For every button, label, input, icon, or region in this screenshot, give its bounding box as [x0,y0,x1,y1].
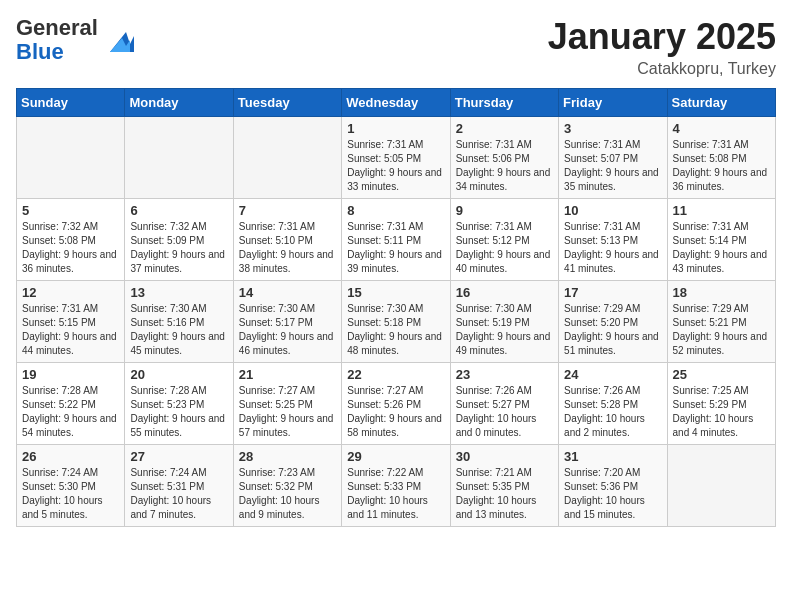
calendar-cell: 13Sunrise: 7:30 AM Sunset: 5:16 PM Dayli… [125,281,233,363]
calendar-cell: 4Sunrise: 7:31 AM Sunset: 5:08 PM Daylig… [667,117,775,199]
logo-general: General [16,15,98,40]
cell-info: Sunrise: 7:29 AM Sunset: 5:20 PM Dayligh… [564,302,661,358]
calendar-cell: 19Sunrise: 7:28 AM Sunset: 5:22 PM Dayli… [17,363,125,445]
cell-info: Sunrise: 7:21 AM Sunset: 5:35 PM Dayligh… [456,466,553,522]
cell-info: Sunrise: 7:26 AM Sunset: 5:27 PM Dayligh… [456,384,553,440]
day-number: 24 [564,367,661,382]
cell-info: Sunrise: 7:31 AM Sunset: 5:13 PM Dayligh… [564,220,661,276]
title-block: January 2025 Catakkopru, Turkey [548,16,776,78]
cell-info: Sunrise: 7:31 AM Sunset: 5:10 PM Dayligh… [239,220,336,276]
weekday-header: Tuesday [233,89,341,117]
calendar-cell: 2Sunrise: 7:31 AM Sunset: 5:06 PM Daylig… [450,117,558,199]
day-number: 14 [239,285,336,300]
cell-info: Sunrise: 7:31 AM Sunset: 5:11 PM Dayligh… [347,220,444,276]
day-number: 29 [347,449,444,464]
cell-info: Sunrise: 7:24 AM Sunset: 5:31 PM Dayligh… [130,466,227,522]
cell-info: Sunrise: 7:31 AM Sunset: 5:15 PM Dayligh… [22,302,119,358]
logo-blue: Blue [16,39,64,64]
day-number: 1 [347,121,444,136]
calendar-cell: 16Sunrise: 7:30 AM Sunset: 5:19 PM Dayli… [450,281,558,363]
cell-info: Sunrise: 7:31 AM Sunset: 5:08 PM Dayligh… [673,138,770,194]
day-number: 12 [22,285,119,300]
calendar-cell: 1Sunrise: 7:31 AM Sunset: 5:05 PM Daylig… [342,117,450,199]
calendar-cell: 8Sunrise: 7:31 AM Sunset: 5:11 PM Daylig… [342,199,450,281]
day-number: 31 [564,449,661,464]
day-number: 20 [130,367,227,382]
day-number: 15 [347,285,444,300]
calendar-cell: 25Sunrise: 7:25 AM Sunset: 5:29 PM Dayli… [667,363,775,445]
cell-info: Sunrise: 7:24 AM Sunset: 5:30 PM Dayligh… [22,466,119,522]
calendar-cell: 26Sunrise: 7:24 AM Sunset: 5:30 PM Dayli… [17,445,125,527]
month-title: January 2025 [548,16,776,58]
calendar-cell: 22Sunrise: 7:27 AM Sunset: 5:26 PM Dayli… [342,363,450,445]
calendar-cell [125,117,233,199]
day-number: 16 [456,285,553,300]
calendar-cell [17,117,125,199]
page-header: General Blue January 2025 Catakkopru, Tu… [16,16,776,78]
cell-info: Sunrise: 7:30 AM Sunset: 5:16 PM Dayligh… [130,302,227,358]
weekday-header: Friday [559,89,667,117]
calendar-cell: 3Sunrise: 7:31 AM Sunset: 5:07 PM Daylig… [559,117,667,199]
day-number: 28 [239,449,336,464]
calendar-week-row: 1Sunrise: 7:31 AM Sunset: 5:05 PM Daylig… [17,117,776,199]
calendar-header: SundayMondayTuesdayWednesdayThursdayFrid… [17,89,776,117]
cell-info: Sunrise: 7:27 AM Sunset: 5:26 PM Dayligh… [347,384,444,440]
cell-info: Sunrise: 7:31 AM Sunset: 5:07 PM Dayligh… [564,138,661,194]
day-number: 11 [673,203,770,218]
calendar-cell: 31Sunrise: 7:20 AM Sunset: 5:36 PM Dayli… [559,445,667,527]
day-number: 18 [673,285,770,300]
day-number: 10 [564,203,661,218]
weekday-header: Saturday [667,89,775,117]
cell-info: Sunrise: 7:28 AM Sunset: 5:22 PM Dayligh… [22,384,119,440]
day-number: 19 [22,367,119,382]
calendar-body: 1Sunrise: 7:31 AM Sunset: 5:05 PM Daylig… [17,117,776,527]
cell-info: Sunrise: 7:23 AM Sunset: 5:32 PM Dayligh… [239,466,336,522]
cell-info: Sunrise: 7:27 AM Sunset: 5:25 PM Dayligh… [239,384,336,440]
calendar-cell: 20Sunrise: 7:28 AM Sunset: 5:23 PM Dayli… [125,363,233,445]
logo-icon [102,24,134,56]
day-number: 7 [239,203,336,218]
calendar-cell: 6Sunrise: 7:32 AM Sunset: 5:09 PM Daylig… [125,199,233,281]
day-number: 3 [564,121,661,136]
day-number: 22 [347,367,444,382]
day-number: 6 [130,203,227,218]
weekday-header: Sunday [17,89,125,117]
weekday-header: Thursday [450,89,558,117]
day-number: 8 [347,203,444,218]
calendar-cell: 17Sunrise: 7:29 AM Sunset: 5:20 PM Dayli… [559,281,667,363]
day-number: 5 [22,203,119,218]
weekday-row: SundayMondayTuesdayWednesdayThursdayFrid… [17,89,776,117]
calendar-cell: 29Sunrise: 7:22 AM Sunset: 5:33 PM Dayli… [342,445,450,527]
calendar-cell: 27Sunrise: 7:24 AM Sunset: 5:31 PM Dayli… [125,445,233,527]
cell-info: Sunrise: 7:32 AM Sunset: 5:09 PM Dayligh… [130,220,227,276]
calendar-week-row: 12Sunrise: 7:31 AM Sunset: 5:15 PM Dayli… [17,281,776,363]
day-number: 17 [564,285,661,300]
day-number: 9 [456,203,553,218]
calendar-cell: 5Sunrise: 7:32 AM Sunset: 5:08 PM Daylig… [17,199,125,281]
day-number: 13 [130,285,227,300]
calendar-cell: 30Sunrise: 7:21 AM Sunset: 5:35 PM Dayli… [450,445,558,527]
weekday-header: Wednesday [342,89,450,117]
cell-info: Sunrise: 7:31 AM Sunset: 5:12 PM Dayligh… [456,220,553,276]
day-number: 21 [239,367,336,382]
day-number: 2 [456,121,553,136]
calendar-cell: 24Sunrise: 7:26 AM Sunset: 5:28 PM Dayli… [559,363,667,445]
calendar-cell: 10Sunrise: 7:31 AM Sunset: 5:13 PM Dayli… [559,199,667,281]
cell-info: Sunrise: 7:28 AM Sunset: 5:23 PM Dayligh… [130,384,227,440]
location-title: Catakkopru, Turkey [548,60,776,78]
calendar-table: SundayMondayTuesdayWednesdayThursdayFrid… [16,88,776,527]
calendar-cell: 15Sunrise: 7:30 AM Sunset: 5:18 PM Dayli… [342,281,450,363]
calendar-week-row: 26Sunrise: 7:24 AM Sunset: 5:30 PM Dayli… [17,445,776,527]
cell-info: Sunrise: 7:30 AM Sunset: 5:17 PM Dayligh… [239,302,336,358]
weekday-header: Monday [125,89,233,117]
day-number: 30 [456,449,553,464]
logo: General Blue [16,16,134,64]
cell-info: Sunrise: 7:30 AM Sunset: 5:18 PM Dayligh… [347,302,444,358]
day-number: 25 [673,367,770,382]
calendar-cell: 28Sunrise: 7:23 AM Sunset: 5:32 PM Dayli… [233,445,341,527]
calendar-cell [667,445,775,527]
day-number: 26 [22,449,119,464]
calendar-cell: 7Sunrise: 7:31 AM Sunset: 5:10 PM Daylig… [233,199,341,281]
day-number: 23 [456,367,553,382]
cell-info: Sunrise: 7:26 AM Sunset: 5:28 PM Dayligh… [564,384,661,440]
